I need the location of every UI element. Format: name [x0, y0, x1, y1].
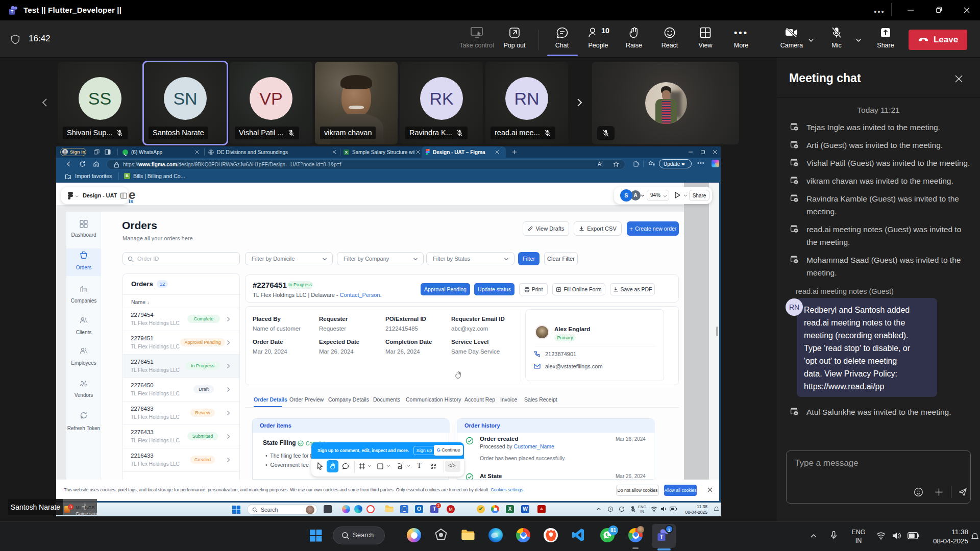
svg-text:T: T: [660, 534, 664, 540]
svg-text:T: T: [11, 9, 13, 14]
